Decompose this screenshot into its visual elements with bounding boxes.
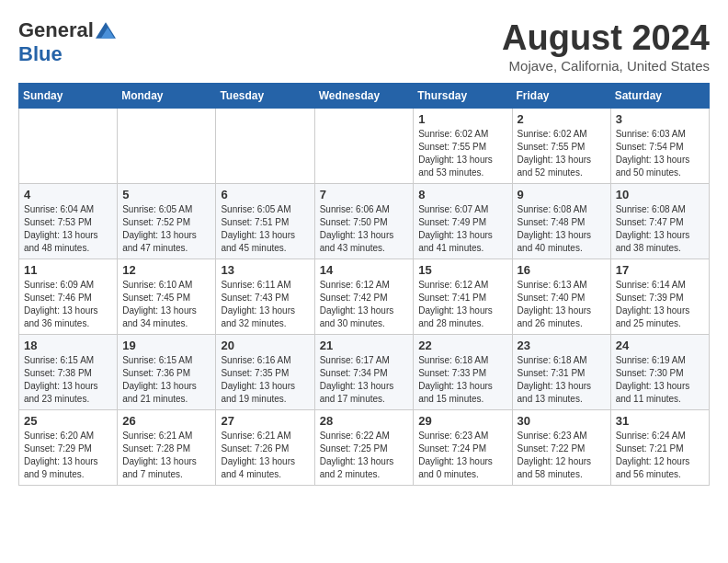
day-number: 17 <box>616 263 704 277</box>
calendar-cell: 5Sunrise: 6:05 AM Sunset: 7:52 PM Daylig… <box>118 184 216 259</box>
calendar-week-4: 18Sunrise: 6:15 AM Sunset: 7:38 PM Dayli… <box>19 335 710 410</box>
day-info: Sunrise: 6:12 AM Sunset: 7:42 PM Dayligh… <box>320 279 409 330</box>
calendar-cell: 11Sunrise: 6:09 AM Sunset: 7:46 PM Dayli… <box>19 259 118 335</box>
day-info: Sunrise: 6:15 AM Sunset: 7:36 PM Dayligh… <box>122 354 210 406</box>
calendar-cell: 20Sunrise: 6:16 AM Sunset: 7:35 PM Dayli… <box>216 335 314 410</box>
calendar-cell <box>19 109 118 184</box>
day-info: Sunrise: 6:13 AM Sunset: 7:40 PM Dayligh… <box>518 279 606 330</box>
day-number: 2 <box>518 112 606 126</box>
day-number: 4 <box>24 188 112 201</box>
day-number: 7 <box>320 188 409 201</box>
day-number: 19 <box>122 339 210 352</box>
day-number: 13 <box>221 263 309 277</box>
day-info: Sunrise: 6:06 AM Sunset: 7:50 PM Dayligh… <box>320 203 409 255</box>
day-number: 20 <box>221 339 309 352</box>
calendar-cell: 30Sunrise: 6:23 AM Sunset: 7:22 PM Dayli… <box>512 410 610 486</box>
day-info: Sunrise: 6:03 AM Sunset: 7:54 PM Dayligh… <box>616 128 704 179</box>
calendar-header-thursday: Thursday <box>414 84 512 109</box>
day-info: Sunrise: 6:11 AM Sunset: 7:43 PM Dayligh… <box>221 279 309 330</box>
calendar-cell: 21Sunrise: 6:17 AM Sunset: 7:34 PM Dayli… <box>314 335 414 410</box>
calendar-cell <box>314 109 414 184</box>
day-number: 8 <box>418 188 506 201</box>
calendar-cell: 17Sunrise: 6:14 AM Sunset: 7:39 PM Dayli… <box>610 259 709 335</box>
day-info: Sunrise: 6:05 AM Sunset: 7:51 PM Dayligh… <box>221 203 309 255</box>
day-info: Sunrise: 6:20 AM Sunset: 7:29 PM Dayligh… <box>24 430 112 481</box>
day-number: 18 <box>24 339 112 352</box>
logo-general: General <box>18 18 94 42</box>
day-info: Sunrise: 6:22 AM Sunset: 7:25 PM Dayligh… <box>320 430 409 481</box>
header: General Blue August 2024 Mojave, Califor… <box>18 18 710 74</box>
day-number: 29 <box>418 414 506 428</box>
calendar-cell: 6Sunrise: 6:05 AM Sunset: 7:51 PM Daylig… <box>216 184 314 259</box>
calendar-cell: 16Sunrise: 6:13 AM Sunset: 7:40 PM Dayli… <box>512 259 610 335</box>
day-info: Sunrise: 6:18 AM Sunset: 7:33 PM Dayligh… <box>418 354 506 406</box>
calendar-cell: 14Sunrise: 6:12 AM Sunset: 7:42 PM Dayli… <box>314 259 414 335</box>
day-info: Sunrise: 6:21 AM Sunset: 7:28 PM Dayligh… <box>122 430 210 481</box>
calendar-cell: 18Sunrise: 6:15 AM Sunset: 7:38 PM Dayli… <box>19 335 118 410</box>
day-number: 3 <box>616 112 704 126</box>
calendar-cell: 25Sunrise: 6:20 AM Sunset: 7:29 PM Dayli… <box>19 410 118 486</box>
calendar-cell: 13Sunrise: 6:11 AM Sunset: 7:43 PM Dayli… <box>216 259 314 335</box>
day-info: Sunrise: 6:14 AM Sunset: 7:39 PM Dayligh… <box>616 279 704 330</box>
day-number: 9 <box>518 188 606 201</box>
calendar-header-friday: Friday <box>512 84 610 109</box>
calendar-week-2: 4Sunrise: 6:04 AM Sunset: 7:53 PM Daylig… <box>19 184 710 259</box>
calendar-cell: 15Sunrise: 6:12 AM Sunset: 7:41 PM Dayli… <box>414 259 512 335</box>
day-number: 1 <box>418 112 506 126</box>
day-number: 16 <box>518 263 606 277</box>
day-info: Sunrise: 6:07 AM Sunset: 7:49 PM Dayligh… <box>418 203 506 255</box>
calendar-cell: 4Sunrise: 6:04 AM Sunset: 7:53 PM Daylig… <box>19 184 118 259</box>
logo-blue: Blue <box>18 42 63 65</box>
title-area: August 2024 Mojave, California, United S… <box>502 18 710 74</box>
calendar-cell: 10Sunrise: 6:08 AM Sunset: 7:47 PM Dayli… <box>610 184 709 259</box>
calendar-cell <box>118 109 216 184</box>
calendar-cell: 1Sunrise: 6:02 AM Sunset: 7:55 PM Daylig… <box>414 109 512 184</box>
calendar-cell: 3Sunrise: 6:03 AM Sunset: 7:54 PM Daylig… <box>610 109 709 184</box>
calendar-cell: 12Sunrise: 6:10 AM Sunset: 7:45 PM Dayli… <box>118 259 216 335</box>
day-info: Sunrise: 6:24 AM Sunset: 7:21 PM Dayligh… <box>616 430 704 481</box>
calendar-cell: 8Sunrise: 6:07 AM Sunset: 7:49 PM Daylig… <box>414 184 512 259</box>
calendar-cell: 9Sunrise: 6:08 AM Sunset: 7:48 PM Daylig… <box>512 184 610 259</box>
calendar-cell: 28Sunrise: 6:22 AM Sunset: 7:25 PM Dayli… <box>314 410 414 486</box>
calendar-week-5: 25Sunrise: 6:20 AM Sunset: 7:29 PM Dayli… <box>19 410 710 486</box>
calendar-cell: 31Sunrise: 6:24 AM Sunset: 7:21 PM Dayli… <box>610 410 709 486</box>
day-info: Sunrise: 6:09 AM Sunset: 7:46 PM Dayligh… <box>24 279 112 330</box>
day-number: 14 <box>320 263 409 277</box>
day-number: 15 <box>418 263 506 277</box>
day-info: Sunrise: 6:23 AM Sunset: 7:22 PM Dayligh… <box>518 430 606 481</box>
day-number: 28 <box>320 414 409 428</box>
calendar-cell <box>216 109 314 184</box>
day-number: 30 <box>518 414 606 428</box>
day-number: 11 <box>24 263 112 277</box>
day-number: 24 <box>616 339 704 352</box>
day-info: Sunrise: 6:08 AM Sunset: 7:48 PM Dayligh… <box>518 203 606 255</box>
day-info: Sunrise: 6:16 AM Sunset: 7:35 PM Dayligh… <box>221 354 309 406</box>
day-info: Sunrise: 6:08 AM Sunset: 7:47 PM Dayligh… <box>616 203 704 255</box>
calendar: SundayMondayTuesdayWednesdayThursdayFrid… <box>18 83 710 486</box>
calendar-header-saturday: Saturday <box>610 84 709 109</box>
calendar-header-sunday: Sunday <box>19 84 118 109</box>
day-info: Sunrise: 6:04 AM Sunset: 7:53 PM Dayligh… <box>24 203 112 255</box>
calendar-cell: 2Sunrise: 6:02 AM Sunset: 7:55 PM Daylig… <box>512 109 610 184</box>
day-info: Sunrise: 6:02 AM Sunset: 7:55 PM Dayligh… <box>418 128 506 179</box>
calendar-cell: 24Sunrise: 6:19 AM Sunset: 7:30 PM Dayli… <box>610 335 709 410</box>
day-info: Sunrise: 6:10 AM Sunset: 7:45 PM Dayligh… <box>122 279 210 330</box>
location: Mojave, California, United States <box>502 58 710 74</box>
day-info: Sunrise: 6:05 AM Sunset: 7:52 PM Dayligh… <box>122 203 210 255</box>
day-info: Sunrise: 6:02 AM Sunset: 7:55 PM Dayligh… <box>518 128 606 179</box>
day-number: 6 <box>221 188 309 201</box>
calendar-week-3: 11Sunrise: 6:09 AM Sunset: 7:46 PM Dayli… <box>19 259 710 335</box>
calendar-cell: 23Sunrise: 6:18 AM Sunset: 7:31 PM Dayli… <box>512 335 610 410</box>
day-info: Sunrise: 6:19 AM Sunset: 7:30 PM Dayligh… <box>616 354 704 406</box>
logo: General Blue <box>18 18 116 66</box>
day-number: 26 <box>122 414 210 428</box>
calendar-header-wednesday: Wednesday <box>314 84 414 109</box>
day-number: 27 <box>221 414 309 428</box>
calendar-header-monday: Monday <box>118 84 216 109</box>
month-title: August 2024 <box>502 18 710 58</box>
day-number: 5 <box>122 188 210 201</box>
calendar-cell: 7Sunrise: 6:06 AM Sunset: 7:50 PM Daylig… <box>314 184 414 259</box>
calendar-cell: 29Sunrise: 6:23 AM Sunset: 7:24 PM Dayli… <box>414 410 512 486</box>
day-info: Sunrise: 6:23 AM Sunset: 7:24 PM Dayligh… <box>418 430 506 481</box>
calendar-cell: 26Sunrise: 6:21 AM Sunset: 7:28 PM Dayli… <box>118 410 216 486</box>
